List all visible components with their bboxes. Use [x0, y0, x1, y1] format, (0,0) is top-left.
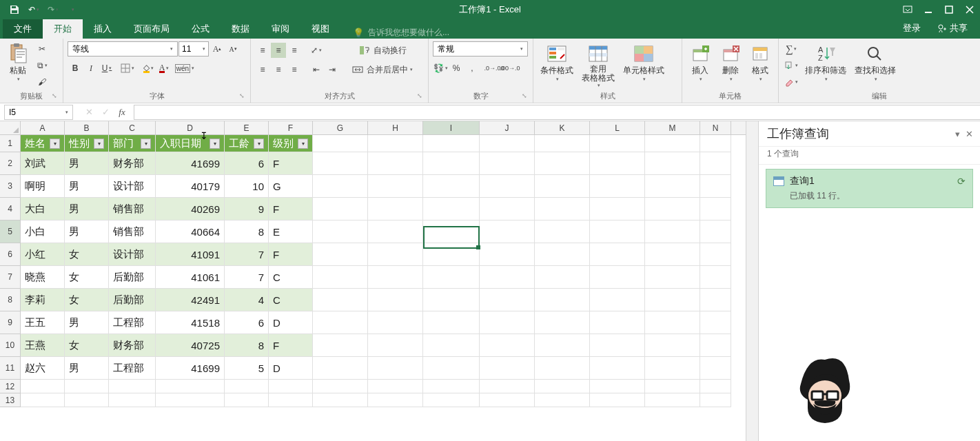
cell[interactable] [368, 243, 423, 266]
col-header[interactable]: L [590, 121, 645, 134]
table-header-cell[interactable]: 部门▾ [109, 135, 156, 152]
cell[interactable] [700, 334, 731, 357]
cancel-button[interactable]: ✕ [81, 105, 96, 120]
cell[interactable] [368, 334, 423, 357]
align-top-button[interactable]: ≡ [255, 43, 270, 58]
cell[interactable]: F [269, 198, 313, 220]
cell[interactable] [423, 135, 480, 152]
cell[interactable] [590, 220, 645, 243]
cell[interactable]: 男 [65, 152, 109, 175]
cell[interactable] [590, 198, 645, 220]
wrap-text-button[interactable]: 自动换行 [349, 43, 416, 58]
cell[interactable] [313, 220, 368, 243]
col-header[interactable]: H [368, 121, 423, 134]
cell[interactable] [645, 175, 700, 198]
grid[interactable]: A B C D E F G H I J K L M N 1姓名▾性别▾部门▾入职… [0, 121, 746, 441]
cell[interactable]: 销售部 [109, 198, 156, 220]
ribbon-options-button[interactable] [897, 0, 918, 19]
decrease-decimal-button[interactable]: .00→.0 [502, 61, 518, 76]
cell[interactable] [535, 220, 590, 243]
cell[interactable] [156, 393, 225, 407]
border-button[interactable]: ▾ [120, 61, 135, 76]
cell[interactable]: 男 [65, 220, 109, 243]
cell[interactable] [535, 393, 590, 407]
cell[interactable] [480, 243, 535, 266]
decrease-indent-button[interactable]: ⇤ [309, 62, 324, 77]
cell[interactable] [423, 357, 480, 380]
cell[interactable]: 男 [65, 198, 109, 220]
font-size-select[interactable]: 11▾ [178, 41, 209, 57]
find-select-button[interactable]: 查找和选择▾ [852, 41, 899, 83]
minimize-button[interactable] [918, 0, 939, 19]
cell[interactable]: 大白 [21, 198, 65, 220]
cell[interactable]: 6 [225, 152, 269, 175]
cell[interactable]: F [269, 152, 313, 175]
tab-insert[interactable]: 插入 [83, 19, 123, 39]
cell[interactable] [535, 334, 590, 357]
cell[interactable] [535, 175, 590, 198]
tab-file[interactable]: 文件 [3, 19, 43, 39]
cell[interactable] [535, 357, 590, 380]
increase-indent-button[interactable]: ⇥ [325, 62, 340, 77]
format-cells-button[interactable]: 格式▾ [746, 41, 774, 83]
number-format-select[interactable]: 常规▾ [433, 41, 528, 57]
dialog-launcher-icon[interactable]: ⤡ [50, 92, 59, 101]
cell[interactable] [313, 135, 368, 152]
cell[interactable] [423, 198, 480, 220]
cell[interactable] [700, 357, 731, 380]
pane-menu-button[interactable]: ▾ [955, 129, 960, 139]
delete-cells-button[interactable]: 删除▾ [717, 41, 744, 83]
cell[interactable]: 财务部 [109, 152, 156, 175]
comma-button[interactable]: , [465, 61, 480, 76]
cell[interactable]: 10 [225, 175, 269, 198]
table-header-cell[interactable]: 工龄▾ [225, 135, 269, 152]
insert-cells-button[interactable]: 插入▾ [686, 41, 714, 83]
cell[interactable] [700, 393, 731, 407]
maximize-button[interactable] [939, 0, 959, 19]
cell[interactable] [423, 266, 480, 289]
query-card[interactable]: 查询1 ⟳ 已加载 11 行。 [766, 169, 973, 208]
col-header[interactable]: C [109, 121, 156, 134]
redo-button[interactable]: ↷▾ [44, 1, 62, 18]
cell[interactable] [480, 357, 535, 380]
align-middle-button[interactable]: ≡ [271, 43, 286, 58]
sort-filter-button[interactable]: AZ排序和筛选▾ [802, 41, 849, 83]
fill-button[interactable]: ▾ [783, 58, 799, 73]
cell[interactable]: D [269, 357, 313, 380]
cell[interactable]: 赵六 [21, 357, 65, 380]
cell[interactable]: 男 [65, 357, 109, 380]
cell[interactable]: 设计部 [109, 243, 156, 266]
cell[interactable] [700, 243, 731, 266]
cell[interactable] [225, 393, 269, 407]
cell[interactable] [645, 220, 700, 243]
cell[interactable] [700, 198, 731, 220]
col-header[interactable]: B [65, 121, 109, 134]
percent-button[interactable]: % [449, 61, 464, 76]
cell[interactable]: 5 [225, 357, 269, 380]
cell[interactable] [590, 289, 645, 311]
cell[interactable]: 工程部 [109, 311, 156, 334]
paste-button[interactable]: 粘贴▾ [4, 41, 32, 83]
cell[interactable]: 41061 [156, 266, 225, 289]
col-header[interactable]: E [225, 121, 269, 134]
filter-icon[interactable]: ▾ [141, 139, 151, 149]
cell[interactable] [590, 380, 645, 393]
col-header[interactable]: M [645, 121, 700, 134]
cell[interactable] [21, 380, 65, 393]
cell[interactable]: 6 [225, 311, 269, 334]
cell[interactable] [590, 334, 645, 357]
cell[interactable]: 7 [225, 266, 269, 289]
cell[interactable]: F [269, 334, 313, 357]
cell[interactable] [645, 357, 700, 380]
cell[interactable]: 40269 [156, 198, 225, 220]
cell[interactable] [480, 334, 535, 357]
cell[interactable]: 刘武 [21, 152, 65, 175]
cell[interactable] [225, 380, 269, 393]
login-button[interactable]: 登录 [896, 18, 928, 39]
share-button[interactable]: 共享 [930, 18, 974, 39]
cell[interactable] [645, 393, 700, 407]
cell[interactable]: 8 [225, 334, 269, 357]
cell[interactable]: 晓燕 [21, 266, 65, 289]
cell[interactable]: 王燕 [21, 334, 65, 357]
cell[interactable] [423, 334, 480, 357]
